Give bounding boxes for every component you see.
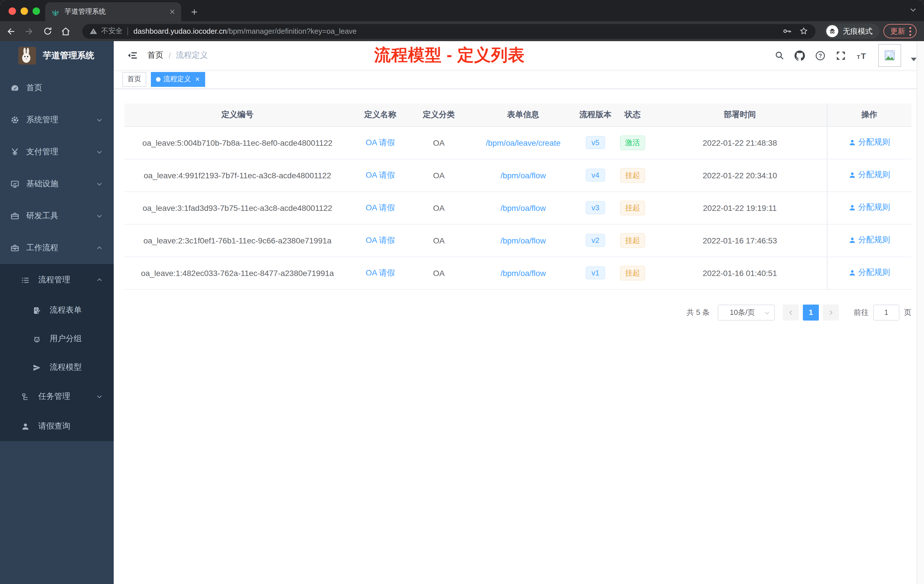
home-button[interactable] — [58, 24, 73, 39]
sidebar-item-home[interactable]: 首页 — [0, 72, 114, 104]
sidebar: 芋道管理系统 首页 系统管理 — [0, 41, 114, 584]
tag-process-definition[interactable]: 流程定义 — [151, 72, 205, 87]
chevron-down-icon — [96, 181, 103, 187]
next-page-button[interactable] — [823, 304, 839, 320]
definition-name-link[interactable]: OA 请假 — [366, 137, 395, 147]
cell-deploy-time: 2022-01-22 19:19:11 — [653, 191, 827, 224]
definition-name-link[interactable]: OA 请假 — [366, 235, 395, 244]
assign-rule-link[interactable]: 分配规则 — [848, 203, 890, 213]
paper-plane-icon — [33, 363, 41, 372]
hamburger-icon[interactable] — [122, 41, 143, 70]
sidebar-logo[interactable]: 芋道管理系统 — [0, 41, 114, 70]
assign-rule-link[interactable]: 分配规则 — [848, 137, 890, 148]
fullscreen-icon[interactable] — [835, 50, 846, 61]
sidebar-item-label: 基础设施 — [26, 179, 58, 189]
sidebar-item-dev-tools[interactable]: 研发工具 — [0, 200, 114, 232]
search-icon[interactable] — [774, 50, 785, 61]
sidebar-item-label: 研发工具 — [26, 211, 58, 221]
tab-close-icon[interactable] — [169, 8, 175, 15]
tab-title: 芋道管理系统 — [64, 7, 169, 16]
sidebar-item-process-form[interactable]: 流程表单 — [0, 296, 114, 325]
tag-home[interactable]: 首页 — [122, 72, 146, 87]
page-size-select[interactable]: 10条/页 — [718, 304, 775, 320]
definition-name-link[interactable]: OA 请假 — [366, 268, 395, 277]
column-header: 操作 — [827, 104, 911, 126]
window-zoom-button[interactable] — [33, 7, 40, 15]
breadcrumb-home[interactable]: 首页 — [147, 50, 163, 61]
tag-close-icon[interactable] — [195, 77, 200, 82]
list-icon — [21, 276, 30, 284]
page-size-label: 10条/页 — [730, 307, 755, 317]
window-close-button[interactable] — [8, 7, 16, 15]
cell-category: OA — [410, 191, 467, 224]
sidebar-item-label: 流程表单 — [50, 305, 82, 315]
tags-view-bar: 首页 流程定义 — [114, 70, 924, 89]
github-icon[interactable] — [794, 50, 805, 61]
toolbox-icon — [10, 211, 20, 221]
form-link[interactable]: /bpm/oa/leave/create — [486, 138, 561, 147]
cell-deploy-time: 2022-01-16 01:40:51 — [653, 257, 827, 289]
avatar[interactable] — [878, 44, 901, 67]
table-row: oa_leave:1:482ec033-762a-11ec-8477-a2380… — [125, 257, 911, 289]
reload-button[interactable] — [40, 24, 55, 39]
column-header: 部署时间 — [653, 104, 827, 126]
page-content: 定义编号 定义名称 定义分类 表单信息 流程版本 状态 部署时间 操作 oa_l — [114, 89, 924, 320]
security-label[interactable]: 不安全 — [101, 26, 122, 36]
new-tab-button[interactable] — [187, 5, 202, 20]
browser-tab-strip: 芋道管理系统 — [0, 0, 924, 21]
form-link[interactable]: /bpm/oa/flow — [501, 268, 546, 277]
cell-definition-id: oa_leave:4:991f2193-7b7f-11ec-a3c8-acde4… — [125, 159, 350, 191]
assign-rule-link[interactable]: 分配规则 — [848, 170, 890, 180]
sidebar-item-user-group[interactable]: 用户分组 — [0, 325, 114, 353]
assign-rule-link[interactable]: 分配规则 — [848, 235, 890, 246]
cell-definition-id: oa_leave:3:1fad3d93-7b75-11ec-a3c8-acde4… — [125, 191, 350, 224]
breadcrumb: 首页 / 流程定义 — [147, 50, 208, 61]
window-minimize-button[interactable] — [21, 7, 28, 15]
yen-icon — [10, 147, 20, 157]
password-key-icon[interactable] — [782, 26, 792, 36]
page-number-button[interactable]: 1 — [803, 304, 819, 320]
forward-button[interactable] — [22, 24, 36, 39]
cell-category: OA — [410, 257, 467, 289]
caret-down-icon[interactable] — [911, 58, 917, 61]
form-link[interactable]: /bpm/oa/flow — [501, 203, 546, 212]
sidebar-item-process-model[interactable]: 流程模型 — [0, 353, 114, 382]
chevron-down-icon — [764, 309, 770, 316]
assign-rule-link[interactable]: 分配规则 — [848, 268, 890, 278]
definition-name-link[interactable]: OA 请假 — [366, 203, 395, 212]
sidebar-item-system[interactable]: 系统管理 — [0, 104, 114, 136]
goto-label: 前往 — [854, 307, 869, 317]
sidebar-item-leave-query[interactable]: 请假查询 — [0, 411, 114, 441]
bookmark-star-icon[interactable] — [799, 26, 808, 36]
update-button[interactable]: 更新 — [883, 24, 917, 38]
sidebar-item-payment[interactable]: 支付管理 — [0, 136, 114, 168]
gear-icon — [10, 115, 20, 125]
version-badge: v4 — [586, 168, 605, 182]
sidebar-item-infrastructure[interactable]: 基础设施 — [0, 168, 114, 200]
back-button[interactable] — [3, 24, 18, 39]
goto-page-input[interactable] — [873, 304, 899, 320]
browser-scrollbar[interactable] — [917, 41, 924, 584]
cell-definition-id: oa_leave:2:3c1f0ef1-76b1-11ec-9c66-a2380… — [125, 224, 350, 257]
help-icon[interactable]: ? — [815, 50, 826, 61]
chevron-down-icon — [96, 117, 103, 124]
assign-rule-label: 分配规则 — [858, 137, 890, 148]
definition-name-link[interactable]: OA 请假 — [366, 170, 395, 179]
table-header-row: 定义编号 定义名称 定义分类 表单信息 流程版本 状态 部署时间 操作 — [125, 104, 911, 126]
browser-menu-icon[interactable] — [909, 26, 911, 36]
sidebar-item-task-management[interactable]: 任务管理 — [0, 382, 114, 411]
sidebar-item-label: 系统管理 — [26, 115, 58, 125]
column-header: 流程版本 — [579, 104, 612, 126]
sidebar-item-workflow[interactable]: 工作流程 — [0, 232, 114, 264]
user-icon — [21, 422, 30, 431]
form-link[interactable]: /bpm/oa/flow — [501, 236, 546, 245]
browser-tab[interactable]: 芋道管理系统 — [45, 2, 181, 21]
tab-search-chevron-icon[interactable] — [909, 6, 917, 14]
form-link[interactable]: /bpm/oa/flow — [501, 171, 546, 180]
font-size-icon[interactable]: TT — [856, 50, 869, 61]
address-bar[interactable]: 不安全 dashboard.yudao.iocoder.cn/bpm/manag… — [82, 24, 815, 39]
prev-page-button[interactable] — [783, 304, 799, 320]
sidebar-item-process-management[interactable]: 流程管理 — [0, 264, 114, 296]
chevron-down-icon — [96, 148, 103, 155]
cell-definition-id: oa_leave:1:482ec033-762a-11ec-8477-a2380… — [125, 257, 350, 289]
